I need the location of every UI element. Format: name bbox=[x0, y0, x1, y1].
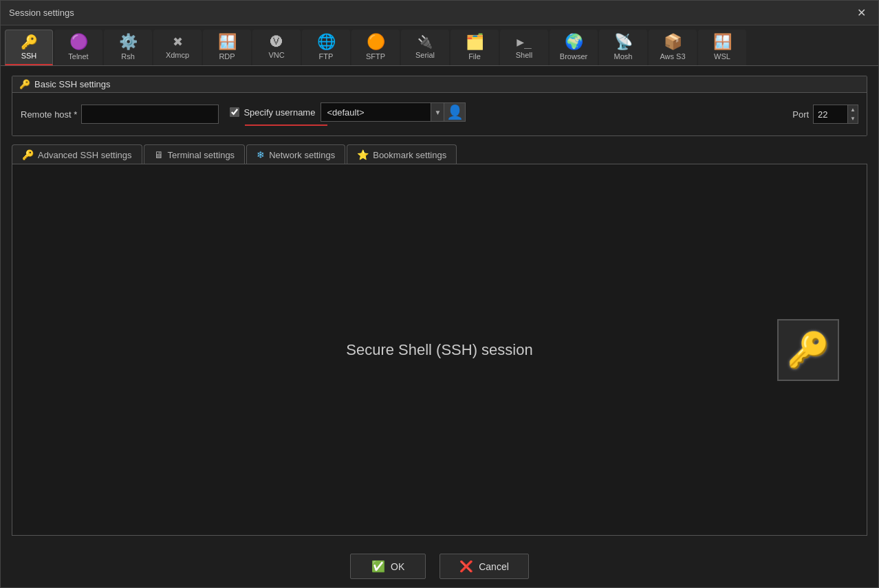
awss3-icon: 📦 bbox=[664, 34, 682, 50]
username-section: Specify username <default> ▼ 👤 bbox=[230, 102, 466, 126]
vnc-icon: 🅥 bbox=[270, 36, 283, 48]
protocol-tabs-bar: 🔑 SSH 🟣 Telnet ⚙️ Rsh ✖ Xdmcp 🪟 RDP 🅥 VN… bbox=[1, 25, 878, 66]
port-input-wrap: ▲ ▼ bbox=[813, 105, 858, 124]
protocol-tab-rdp[interactable]: 🪟 RDP bbox=[203, 30, 251, 65]
serial-icon: 🔌 bbox=[417, 36, 433, 48]
basic-fields-row: Remote host * Specify username bbox=[21, 102, 858, 126]
protocol-tab-wsl[interactable]: 🪟 WSL bbox=[698, 30, 746, 65]
terminal-tab-icon: 🖥 bbox=[154, 149, 164, 160]
file-tab-label: File bbox=[468, 52, 481, 61]
protocol-tab-ftp[interactable]: 🌐 FTP bbox=[302, 30, 350, 65]
terminal-tab-label: Terminal settings bbox=[168, 150, 235, 160]
specify-username-checkbox-label[interactable]: Specify username bbox=[230, 107, 315, 118]
sub-tab-terminal[interactable]: 🖥 Terminal settings bbox=[144, 144, 246, 164]
specify-username-label: Specify username bbox=[243, 107, 315, 118]
port-spin-down[interactable]: ▼ bbox=[848, 114, 858, 123]
port-input[interactable] bbox=[813, 105, 847, 124]
ok-label: OK bbox=[391, 561, 404, 572]
rdp-tab-label: RDP bbox=[219, 52, 235, 61]
mosh-tab-label: Mosh bbox=[614, 52, 633, 61]
rsh-tab-label: Rsh bbox=[121, 52, 135, 61]
port-spin-up[interactable]: ▲ bbox=[848, 105, 858, 114]
protocol-tab-ssh[interactable]: 🔑 SSH bbox=[5, 30, 53, 65]
cancel-button[interactable]: ❌ Cancel bbox=[440, 554, 529, 579]
ok-icon: ✅ bbox=[371, 560, 385, 573]
rdp-icon: 🪟 bbox=[218, 34, 237, 50]
mosh-icon: 📡 bbox=[614, 34, 633, 50]
user-manager-button[interactable]: 👤 bbox=[444, 102, 466, 122]
protocol-tab-file[interactable]: 🗂️ File bbox=[451, 30, 499, 65]
username-row: Specify username <default> ▼ 👤 bbox=[230, 102, 466, 122]
port-section: Port ▲ ▼ bbox=[792, 105, 858, 124]
main-content: 🔑 Basic SSH settings Remote host * bbox=[1, 66, 878, 545]
file-icon: 🗂️ bbox=[466, 34, 484, 50]
sub-tabs-section: 🔑 Advanced SSH settings 🖥 Terminal setti… bbox=[12, 144, 867, 536]
xdmcp-tab-label: Xdmcp bbox=[166, 51, 189, 59]
browser-icon: 🌍 bbox=[565, 34, 583, 50]
sub-tab-bookmark[interactable]: ⭐ Bookmark settings bbox=[347, 144, 457, 164]
sub-tabs-bar: 🔑 Advanced SSH settings 🖥 Terminal setti… bbox=[12, 144, 867, 164]
ssh-key-icon-box: 🔑 bbox=[777, 319, 839, 381]
protocol-tab-browser[interactable]: 🌍 Browser bbox=[550, 30, 598, 65]
ftp-tab-label: FTP bbox=[319, 52, 334, 61]
ok-button[interactable]: ✅ OK bbox=[350, 554, 426, 579]
username-dropdown-arrow[interactable]: ▼ bbox=[431, 102, 444, 122]
wsl-icon: 🪟 bbox=[713, 34, 732, 50]
protocol-tab-shell[interactable]: ▶_ Shell bbox=[500, 30, 548, 65]
dialog-title: Session settings bbox=[9, 8, 74, 18]
network-tab-label: Network settings bbox=[269, 150, 335, 160]
specify-username-checkbox[interactable] bbox=[230, 107, 239, 117]
ssh-key-icon: 🔑 bbox=[787, 330, 829, 370]
basic-settings-header-label: Basic SSH settings bbox=[34, 79, 111, 89]
telnet-tab-label: Telnet bbox=[68, 52, 88, 61]
title-bar: Session settings ✕ bbox=[1, 1, 878, 25]
rsh-icon: ⚙️ bbox=[119, 34, 138, 50]
basic-ssh-settings-box: 🔑 Basic SSH settings Remote host * bbox=[12, 76, 867, 136]
sftp-icon: 🟠 bbox=[367, 34, 385, 50]
close-button[interactable]: ✕ bbox=[853, 5, 870, 21]
basic-ssh-settings-header: 🔑 Basic SSH settings bbox=[12, 76, 867, 93]
username-combo: <default> ▼ 👤 bbox=[321, 102, 466, 122]
port-spinners: ▲ ▼ bbox=[847, 105, 858, 124]
vnc-tab-label: VNC bbox=[268, 51, 284, 59]
protocol-tab-telnet[interactable]: 🟣 Telnet bbox=[54, 30, 102, 65]
protocol-tab-awss3[interactable]: 📦 Aws S3 bbox=[649, 30, 697, 65]
basic-ssh-settings-body: Remote host * Specify username bbox=[12, 93, 867, 135]
cancel-label: Cancel bbox=[479, 561, 509, 572]
network-tab-icon: ❄ bbox=[257, 149, 265, 160]
protocol-tab-rsh[interactable]: ⚙️ Rsh bbox=[104, 30, 152, 65]
telnet-icon: 🟣 bbox=[69, 34, 88, 50]
ftp-icon: 🌐 bbox=[317, 34, 336, 50]
dialog-footer: ✅ OK ❌ Cancel bbox=[1, 545, 878, 587]
username-underline bbox=[245, 124, 327, 126]
protocol-tab-xdmcp[interactable]: ✖ Xdmcp bbox=[153, 30, 202, 65]
cancel-icon: ❌ bbox=[459, 560, 473, 573]
ssh-icon: 🔑 bbox=[21, 35, 38, 49]
protocol-tab-mosh[interactable]: 📡 Mosh bbox=[599, 30, 647, 65]
awss3-tab-label: Aws S3 bbox=[660, 52, 685, 61]
wsl-tab-label: WSL bbox=[714, 52, 730, 61]
browser-tab-label: Browser bbox=[560, 52, 587, 61]
session-type-label: Secure Shell (SSH) session bbox=[346, 341, 532, 359]
advanced-tab-label: Advanced SSH settings bbox=[38, 150, 132, 160]
protocol-tab-sftp[interactable]: 🟠 SFTP bbox=[351, 30, 400, 65]
remote-host-label: Remote host * bbox=[21, 109, 77, 120]
sub-tab-advanced[interactable]: 🔑 Advanced SSH settings bbox=[12, 144, 142, 164]
remote-host-input[interactable] bbox=[81, 105, 219, 124]
protocol-tab-serial[interactable]: 🔌 Serial bbox=[401, 30, 449, 65]
session-settings-dialog: Session settings ✕ 🔑 SSH 🟣 Telnet ⚙️ Rsh… bbox=[0, 0, 879, 588]
basic-settings-header-icon: 🔑 bbox=[19, 79, 30, 89]
serial-tab-label: Serial bbox=[415, 51, 435, 59]
ssh-tab-label: SSH bbox=[21, 52, 37, 60]
protocol-tab-vnc[interactable]: 🅥 VNC bbox=[252, 30, 301, 65]
shell-tab-label: Shell bbox=[516, 51, 532, 59]
sftp-tab-label: SFTP bbox=[366, 52, 385, 61]
sub-tab-network[interactable]: ❄ Network settings bbox=[246, 144, 345, 164]
port-label: Port bbox=[792, 109, 809, 120]
bookmark-tab-icon: ⭐ bbox=[357, 149, 369, 160]
shell-icon: ▶_ bbox=[517, 36, 532, 48]
username-select[interactable]: <default> bbox=[321, 102, 431, 122]
xdmcp-icon: ✖ bbox=[173, 36, 183, 48]
session-content-panel: Secure Shell (SSH) session 🔑 bbox=[12, 164, 867, 536]
advanced-tab-icon: 🔑 bbox=[22, 149, 34, 160]
